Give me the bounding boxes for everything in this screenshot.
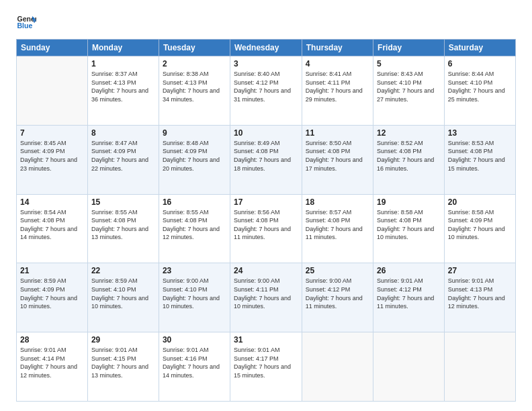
page: General Blue SundayMondayTuesdayWednesda… (0, 0, 532, 411)
calendar-week-row: 7Sunrise: 8:45 AMSunset: 4:09 PMDaylight… (17, 125, 516, 194)
day-number: 20 (448, 197, 512, 207)
day-number: 4 (306, 59, 369, 68)
cell-details: Sunrise: 8:58 AMSunset: 4:08 PMDaylight:… (377, 209, 434, 241)
calendar-cell: 17Sunrise: 8:56 AMSunset: 4:08 PMDayligh… (230, 194, 302, 263)
cell-details: Sunrise: 8:47 AMSunset: 4:09 PMDaylight:… (91, 140, 148, 172)
day-number: 6 (448, 59, 512, 68)
calendar-cell: 20Sunrise: 8:58 AMSunset: 4:09 PMDayligh… (444, 194, 515, 263)
day-number: 26 (377, 266, 441, 275)
day-number: 15 (91, 197, 155, 207)
calendar-cell: 3Sunrise: 8:40 AMSunset: 4:12 PMDaylight… (230, 56, 302, 126)
calendar-cell: 22Sunrise: 8:59 AMSunset: 4:10 PMDayligh… (87, 263, 159, 332)
cell-details: Sunrise: 9:01 AMSunset: 4:15 PMDaylight:… (91, 347, 148, 379)
calendar-cell: 2Sunrise: 8:38 AMSunset: 4:13 PMDaylight… (159, 56, 230, 126)
day-number: 28 (20, 335, 84, 345)
calendar-cell: 6Sunrise: 8:44 AMSunset: 4:10 PMDaylight… (444, 56, 515, 126)
day-number: 29 (91, 335, 155, 345)
calendar-cell: 24Sunrise: 9:00 AMSunset: 4:11 PMDayligh… (230, 263, 302, 332)
calendar-cell: 16Sunrise: 8:55 AMSunset: 4:08 PMDayligh… (159, 194, 230, 263)
day-number: 23 (163, 266, 226, 275)
calendar-cell (444, 332, 515, 402)
calendar-cell: 25Sunrise: 9:00 AMSunset: 4:12 PMDayligh… (302, 263, 373, 332)
svg-text:Blue: Blue (17, 21, 33, 30)
day-number: 11 (306, 128, 369, 138)
day-number: 3 (234, 59, 298, 68)
calendar-cell: 23Sunrise: 9:00 AMSunset: 4:10 PMDayligh… (159, 263, 230, 332)
day-number: 17 (234, 197, 298, 207)
cell-details: Sunrise: 8:57 AMSunset: 4:08 PMDaylight:… (306, 209, 363, 241)
calendar-cell: 18Sunrise: 8:57 AMSunset: 4:08 PMDayligh… (302, 194, 373, 263)
day-number: 8 (91, 128, 155, 138)
col-header-tuesday: Tuesday (159, 40, 230, 56)
cell-details: Sunrise: 9:01 AMSunset: 4:12 PMDaylight:… (377, 277, 434, 310)
cell-details: Sunrise: 8:40 AMSunset: 4:12 PMDaylight:… (234, 71, 291, 103)
calendar-cell: 27Sunrise: 9:01 AMSunset: 4:13 PMDayligh… (444, 263, 515, 332)
day-number: 13 (448, 128, 512, 138)
calendar-week-row: 28Sunrise: 9:01 AMSunset: 4:14 PMDayligh… (17, 332, 516, 402)
calendar-cell: 12Sunrise: 8:52 AMSunset: 4:08 PMDayligh… (373, 125, 445, 194)
day-number: 16 (163, 197, 226, 207)
calendar-cell: 31Sunrise: 9:01 AMSunset: 4:17 PMDayligh… (230, 332, 302, 402)
cell-details: Sunrise: 9:01 AMSunset: 4:14 PMDaylight:… (20, 347, 77, 379)
day-number: 1 (91, 59, 155, 68)
day-number: 5 (377, 59, 441, 68)
cell-details: Sunrise: 8:53 AMSunset: 4:08 PMDaylight:… (448, 140, 505, 172)
day-number: 31 (234, 335, 298, 345)
cell-details: Sunrise: 8:38 AMSunset: 4:13 PMDaylight:… (163, 71, 220, 103)
cell-details: Sunrise: 8:55 AMSunset: 4:08 PMDaylight:… (91, 209, 148, 241)
cell-details: Sunrise: 9:00 AMSunset: 4:10 PMDaylight:… (163, 277, 220, 310)
day-number: 25 (306, 266, 369, 275)
calendar-cell: 1Sunrise: 8:37 AMSunset: 4:13 PMDaylight… (87, 56, 159, 126)
calendar-week-row: 14Sunrise: 8:54 AMSunset: 4:08 PMDayligh… (17, 194, 516, 263)
day-number: 18 (306, 197, 369, 207)
calendar-table: SundayMondayTuesdayWednesdayThursdayFrid… (16, 39, 516, 402)
day-number: 10 (234, 128, 298, 138)
calendar-cell: 13Sunrise: 8:53 AMSunset: 4:08 PMDayligh… (444, 125, 515, 194)
cell-details: Sunrise: 8:41 AMSunset: 4:11 PMDaylight:… (306, 71, 363, 103)
cell-details: Sunrise: 9:01 AMSunset: 4:17 PMDaylight:… (234, 347, 291, 379)
calendar-cell (373, 332, 445, 402)
cell-details: Sunrise: 8:54 AMSunset: 4:08 PMDaylight:… (20, 209, 77, 241)
cell-details: Sunrise: 9:01 AMSunset: 4:16 PMDaylight:… (163, 347, 220, 379)
header: General Blue (16, 12, 516, 32)
cell-details: Sunrise: 8:52 AMSunset: 4:08 PMDaylight:… (377, 140, 434, 172)
calendar-cell: 4Sunrise: 8:41 AMSunset: 4:11 PMDaylight… (302, 56, 373, 126)
calendar-cell: 29Sunrise: 9:01 AMSunset: 4:15 PMDayligh… (87, 332, 159, 402)
calendar-week-row: 21Sunrise: 8:59 AMSunset: 4:09 PMDayligh… (17, 263, 516, 332)
calendar-cell: 21Sunrise: 8:59 AMSunset: 4:09 PMDayligh… (17, 263, 88, 332)
day-number: 30 (163, 335, 226, 345)
col-header-thursday: Thursday (302, 40, 373, 56)
day-number: 7 (20, 128, 84, 138)
calendar-cell: 26Sunrise: 9:01 AMSunset: 4:12 PMDayligh… (373, 263, 445, 332)
col-header-sunday: Sunday (17, 40, 88, 56)
day-number: 27 (448, 266, 512, 275)
calendar-cell: 14Sunrise: 8:54 AMSunset: 4:08 PMDayligh… (17, 194, 88, 263)
col-header-wednesday: Wednesday (230, 40, 302, 56)
cell-details: Sunrise: 8:48 AMSunset: 4:09 PMDaylight:… (163, 140, 220, 172)
logo-icon: General Blue (16, 12, 36, 32)
logo: General Blue (16, 12, 40, 32)
cell-details: Sunrise: 9:01 AMSunset: 4:13 PMDaylight:… (448, 277, 505, 310)
cell-details: Sunrise: 8:44 AMSunset: 4:10 PMDaylight:… (448, 71, 505, 103)
calendar-cell: 5Sunrise: 8:43 AMSunset: 4:10 PMDaylight… (373, 56, 445, 126)
col-header-monday: Monday (87, 40, 159, 56)
day-number: 12 (377, 128, 441, 138)
day-number: 22 (91, 266, 155, 275)
cell-details: Sunrise: 8:58 AMSunset: 4:09 PMDaylight:… (448, 209, 505, 241)
cell-details: Sunrise: 8:50 AMSunset: 4:08 PMDaylight:… (306, 140, 363, 172)
col-header-saturday: Saturday (444, 40, 515, 56)
cell-details: Sunrise: 8:37 AMSunset: 4:13 PMDaylight:… (91, 71, 148, 103)
calendar-cell: 11Sunrise: 8:50 AMSunset: 4:08 PMDayligh… (302, 125, 373, 194)
calendar-cell: 30Sunrise: 9:01 AMSunset: 4:16 PMDayligh… (159, 332, 230, 402)
calendar-cell: 8Sunrise: 8:47 AMSunset: 4:09 PMDaylight… (87, 125, 159, 194)
cell-details: Sunrise: 9:00 AMSunset: 4:11 PMDaylight:… (234, 277, 291, 310)
day-number: 9 (163, 128, 226, 138)
calendar-cell: 10Sunrise: 8:49 AMSunset: 4:08 PMDayligh… (230, 125, 302, 194)
calendar-cell (17, 56, 88, 126)
cell-details: Sunrise: 8:59 AMSunset: 4:09 PMDaylight:… (20, 277, 77, 310)
cell-details: Sunrise: 8:49 AMSunset: 4:08 PMDaylight:… (234, 140, 291, 172)
calendar-cell (302, 332, 373, 402)
cell-details: Sunrise: 8:45 AMSunset: 4:09 PMDaylight:… (20, 140, 77, 172)
calendar-week-row: 1Sunrise: 8:37 AMSunset: 4:13 PMDaylight… (17, 56, 516, 126)
day-number: 24 (234, 266, 298, 275)
